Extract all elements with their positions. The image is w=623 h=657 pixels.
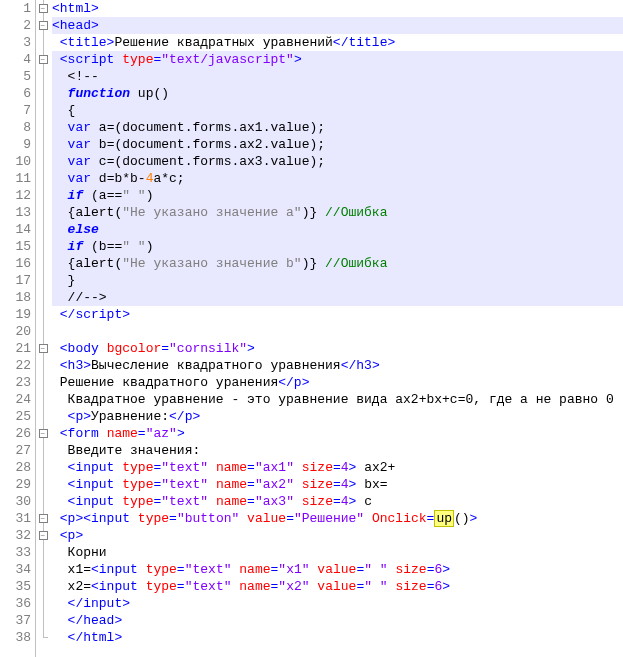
code-line[interactable]: {alert("Не указано значение a")} //Ошибк… (52, 204, 623, 221)
fold-cell (36, 323, 50, 340)
fold-cell[interactable]: − (36, 17, 50, 34)
line-number: 13 (0, 204, 31, 221)
code-line[interactable]: <input type="text" name="ax2" size=4> bx… (52, 476, 623, 493)
code-token (91, 137, 99, 152)
code-line[interactable]: x2=<input type="text" name="x2" value=" … (52, 578, 623, 595)
code-line[interactable]: <title>Решение квадратных уравнений</tit… (52, 34, 623, 51)
code-line[interactable]: <body bgcolor="cornsilk"> (52, 340, 623, 357)
code-line[interactable]: if (a==" ") (52, 187, 623, 204)
code-line[interactable]: <head> (52, 17, 623, 34)
code-token (294, 460, 302, 475)
code-line[interactable]: </input> (52, 595, 623, 612)
fold-minus-icon[interactable]: − (39, 531, 48, 540)
code-token: Решение квадратных уравнений (114, 35, 332, 50)
code-token: = (138, 426, 146, 441)
code-line[interactable]: <p><input type="button" value="Решение" … (52, 510, 623, 527)
fold-cell (36, 357, 50, 374)
code-line[interactable]: Корни (52, 544, 623, 561)
code-token: = (247, 460, 255, 475)
code-token (52, 69, 68, 84)
code-token: "az" (146, 426, 177, 441)
fold-minus-icon[interactable]: − (39, 429, 48, 438)
code-line[interactable]: var d=b*b-4a*c; (52, 170, 623, 187)
code-line[interactable]: <input type="text" name="ax3" size=4> c (52, 493, 623, 510)
line-number: 26 (0, 425, 31, 442)
code-token: bx= (356, 477, 387, 492)
code-line[interactable]: <p>Уравнение:</p> (52, 408, 623, 425)
line-number-gutter: 1234567891011121314151617181920212223242… (0, 0, 36, 657)
code-token (138, 579, 146, 594)
code-line[interactable]: else (52, 221, 623, 238)
code-line[interactable]: <script type="text/javascript"> (52, 51, 623, 68)
fold-cell[interactable]: − (36, 0, 50, 17)
fold-cell (36, 255, 50, 272)
code-token: type (122, 52, 153, 67)
code-line[interactable]: Квадратное уравнение - это уравнение вид… (52, 391, 623, 408)
line-number: 12 (0, 187, 31, 204)
code-token: x2= (68, 579, 91, 594)
fold-cell[interactable]: − (36, 510, 50, 527)
code-token (239, 511, 247, 526)
code-line[interactable]: </html> (52, 629, 623, 646)
code-token (52, 630, 68, 645)
code-line[interactable]: <h3>Вычесление квадратного уравнения</h3… (52, 357, 623, 374)
code-line[interactable]: Введите значения: (52, 442, 623, 459)
code-line[interactable]: {alert("Не указано значение b")} //Ошибк… (52, 255, 623, 272)
code-token: = (247, 494, 255, 509)
code-line[interactable]: Решение квадратного уранения</p> (52, 374, 623, 391)
line-number: 37 (0, 612, 31, 629)
code-editor-area[interactable]: <html><head> <title>Решение квадратных у… (50, 0, 623, 657)
code-token (52, 120, 68, 135)
code-line[interactable]: <!-- (52, 68, 623, 85)
code-token (83, 188, 91, 203)
fold-cell[interactable]: − (36, 527, 50, 544)
code-line[interactable]: <p> (52, 527, 623, 544)
code-token (294, 477, 302, 492)
code-token: Введите значения: (68, 443, 201, 458)
code-line[interactable]: <input type="text" name="ax1" size=4> ax… (52, 459, 623, 476)
code-token (52, 256, 68, 271)
fold-minus-icon[interactable]: − (39, 55, 48, 64)
code-line[interactable]: var b=(document.forms.ax2.value); (52, 136, 623, 153)
code-line[interactable]: //--> (52, 289, 623, 306)
code-token: var (68, 137, 91, 152)
code-line[interactable]: } (52, 272, 623, 289)
fold-cell (36, 561, 50, 578)
code-token: " " (364, 562, 387, 577)
code-line[interactable]: var c=(document.forms.ax3.value); (52, 153, 623, 170)
fold-cell (36, 272, 50, 289)
line-number: 7 (0, 102, 31, 119)
code-token (52, 290, 68, 305)
code-line[interactable]: <html> (52, 0, 623, 17)
code-token: up (434, 510, 454, 527)
code-token (52, 171, 68, 186)
fold-minus-icon[interactable]: − (39, 21, 48, 30)
fold-cell[interactable]: − (36, 340, 50, 357)
code-line[interactable] (52, 323, 623, 340)
fold-cell (36, 221, 50, 238)
code-token: <h3> (60, 358, 91, 373)
line-number: 33 (0, 544, 31, 561)
fold-cell[interactable]: − (36, 425, 50, 442)
code-token: <head> (52, 18, 99, 33)
code-line[interactable]: { (52, 102, 623, 119)
fold-minus-icon[interactable]: − (39, 344, 48, 353)
code-line[interactable]: </head> (52, 612, 623, 629)
code-line[interactable]: </script> (52, 306, 623, 323)
code-line[interactable]: var a=(document.forms.ax1.value); (52, 119, 623, 136)
code-line[interactable]: if (b==" ") (52, 238, 623, 255)
code-token: "ax3" (255, 494, 294, 509)
code-line[interactable]: <form name="az"> (52, 425, 623, 442)
code-token: function (68, 86, 130, 101)
code-token: d=b*b- (99, 171, 146, 186)
fold-minus-icon[interactable]: − (39, 4, 48, 13)
code-token: else (68, 222, 99, 237)
fold-column[interactable]: −−−−−−− (36, 0, 50, 657)
fold-minus-icon[interactable]: − (39, 514, 48, 523)
code-line[interactable]: function up() (52, 85, 623, 102)
fold-cell (36, 374, 50, 391)
line-number: 36 (0, 595, 31, 612)
code-token (130, 86, 138, 101)
code-line[interactable]: x1=<input type="text" name="x1" value=" … (52, 561, 623, 578)
fold-cell[interactable]: − (36, 51, 50, 68)
